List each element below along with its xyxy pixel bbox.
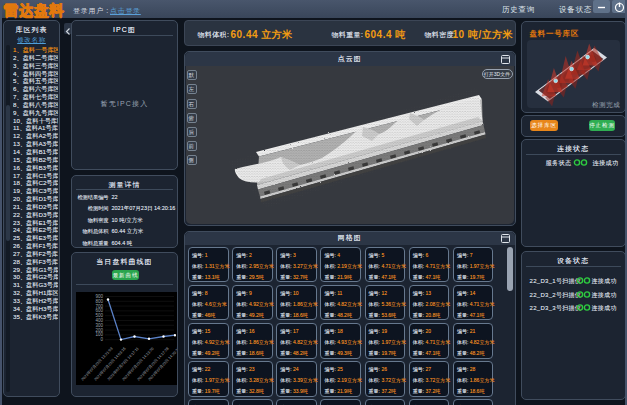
svg-text:0: 0 [100, 337, 103, 342]
